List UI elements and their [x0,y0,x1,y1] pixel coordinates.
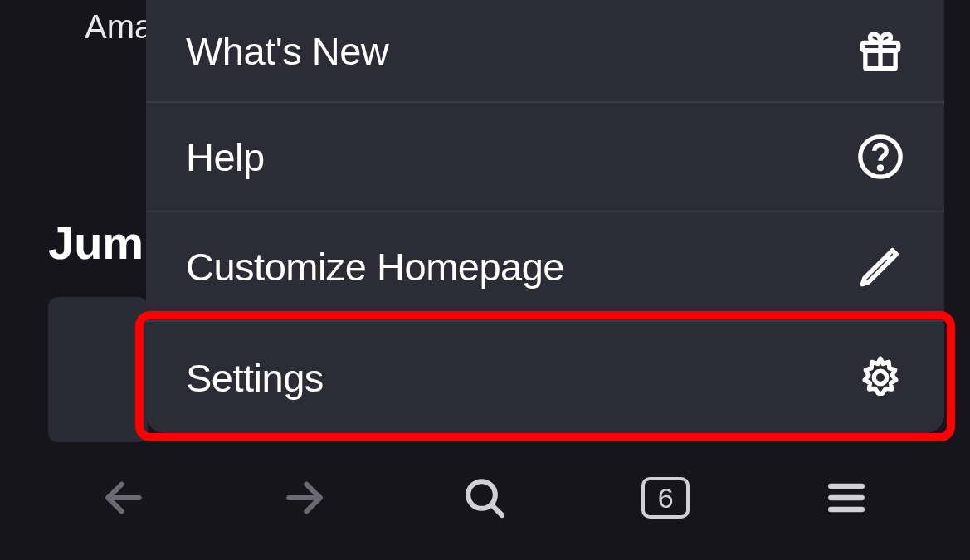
gift-icon [856,27,904,75]
menu-item-label: Settings [186,355,324,401]
gear-icon [856,353,904,402]
menu-item-label: Customize Homepage [186,244,564,290]
tabs-button[interactable]: 6 [616,460,715,535]
svg-line-8 [492,504,503,515]
svg-point-6 [874,371,886,383]
svg-point-4 [880,167,882,169]
background-text-fragment: Ama [85,8,153,46]
settings-menu-item[interactable]: Settings [146,322,944,433]
background-heading-fragment: Jum [48,216,144,270]
menu-button[interactable] [797,460,896,535]
help-icon [856,133,904,181]
help-menu-item[interactable]: Help [146,103,944,212]
menu-item-label: Help [186,134,265,180]
tab-count: 6 [658,482,674,514]
background-card [48,297,148,442]
bottom-navigation-bar: 6 [0,452,970,560]
search-button[interactable] [435,460,534,535]
overflow-menu-panel: What's New Help Customize Homepage [146,0,944,433]
customize-homepage-menu-item[interactable]: Customize Homepage [146,212,944,322]
svg-line-5 [886,256,890,261]
whats-new-menu-item[interactable]: What's New [146,0,944,103]
back-button[interactable] [74,460,173,535]
pencil-icon [856,242,904,290]
menu-item-label: What's New [186,28,388,74]
forward-button[interactable] [255,460,354,535]
